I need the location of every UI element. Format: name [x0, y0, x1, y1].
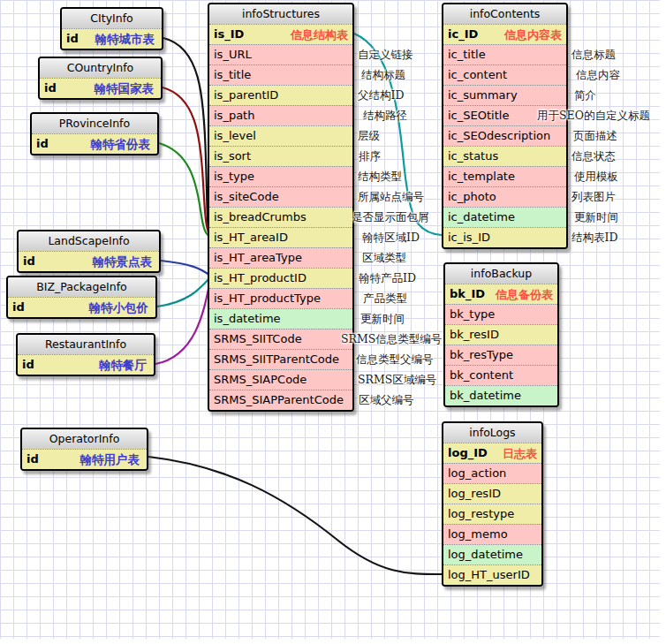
field-annotation: 结构路径 — [363, 105, 407, 125]
table-header[interactable]: infoStructures — [209, 4, 352, 24]
relationship-line-RestaurantInfo.id-to-infoStructures.is_HT_productID[interactable] — [155, 280, 210, 364]
table-row-bk_resID[interactable]: bk_resID — [445, 324, 557, 345]
table-title-label: OperatorInfo — [49, 432, 120, 445]
table-header[interactable]: infoContents — [443, 4, 566, 24]
table-COuntryInfo[interactable]: COuntryInfoid翰特国家表 — [38, 57, 163, 100]
field-name: bk_resType — [450, 348, 513, 361]
relationship-line-LandScapeInfo.id-to-infoStructures.is_HT_productID[interactable] — [161, 261, 210, 276]
table-row-id[interactable]: id翰特景点表 — [19, 251, 159, 271]
table-OperatorInfo[interactable]: OperatorInfoid翰特用户表 — [20, 428, 148, 471]
table-RestaurantInfo[interactable]: RestaurantInfoid翰特餐厅 — [16, 333, 155, 376]
table-BIZ_PackageInfo[interactable]: BIZ_PackageInfoid翰特小包价 — [6, 276, 157, 319]
table-header[interactable]: BIZ_PackageInfo — [8, 277, 155, 297]
field-annotation: 更新时间 — [574, 207, 618, 227]
table-row-id[interactable]: id翰特餐厅 — [18, 354, 154, 375]
table-header[interactable]: RestaurantInfo — [18, 335, 154, 354]
table-PRovinceInfo[interactable]: PRovinceInfoid翰特省份表 — [30, 112, 159, 155]
table-row-ic_content[interactable]: ic_content — [443, 64, 566, 85]
table-infoContents[interactable]: infoContentsic_ID信息内容表ic_titleic_content… — [442, 3, 568, 249]
table-row-is_parentID[interactable]: is_parentID — [209, 85, 352, 105]
table-row-log_datetime[interactable]: log_datetime — [443, 544, 541, 564]
table-row-log_resID[interactable]: log_resID — [443, 483, 541, 504]
table-row-ic_ID[interactable]: ic_ID信息内容表 — [443, 24, 566, 44]
table-row-ic_title[interactable]: ic_title — [443, 44, 566, 64]
field-name: is_HT_productType — [214, 292, 321, 305]
table-row-is_HT_productID[interactable]: is_HT_productID — [209, 268, 352, 288]
table-row-ic_status[interactable]: ic_status — [443, 146, 566, 166]
relationship-line-BIZ_PackageInfo.id-to-infoStructures.is_HT_productID[interactable] — [157, 277, 210, 307]
table-row-ic_template[interactable]: ic_template — [443, 166, 566, 186]
diagram-canvas[interactable]: CItyInfoid翰特城市表COuntryInfoid翰特国家表PRovinc… — [0, 0, 666, 644]
field-name: ic_template — [448, 170, 515, 183]
table-row-is_breadCrumbs[interactable]: is_breadCrumbs — [209, 207, 352, 227]
field-name: ic_ID — [448, 27, 478, 41]
table-row-is_ID[interactable]: is_ID信息结构表 — [209, 24, 352, 44]
table-row-is_HT_areaType[interactable]: is_HT_areaType — [209, 247, 352, 268]
table-header[interactable]: infoBackup — [445, 264, 557, 284]
table-row-id[interactable]: id翰特小包价 — [8, 297, 155, 317]
table-header[interactable]: COuntryInfo — [40, 58, 161, 78]
field-annotation: 页面描述 — [573, 125, 617, 146]
relationship-line-PRovinceInfo.id-to-infoStructures.is_HT_areaID[interactable] — [159, 143, 210, 237]
table-row-is_sort[interactable]: is_sort — [209, 146, 352, 166]
table-row-is_URL[interactable]: is_URL — [209, 44, 352, 64]
table-row-is_HT_productType[interactable]: is_HT_productType — [209, 288, 352, 308]
table-row-ic_is_ID[interactable]: ic_is_ID — [443, 227, 566, 247]
relationship-line-OperatorInfo.id-to-infoLogs.log_HT_userID[interactable] — [148, 457, 442, 574]
relationship-line-CItyInfo.id-to-infoStructures.is_HT_areaID[interactable] — [163, 38, 210, 235]
field-name: bk_datetime — [450, 389, 521, 402]
table-row-is_path[interactable]: is_path — [209, 105, 352, 125]
table-row-SRMS_SIITCode[interactable]: SRMS_SIITCode — [209, 329, 352, 349]
table-header[interactable]: PRovinceInfo — [32, 114, 157, 133]
table-row-bk_resType[interactable]: bk_resType — [445, 345, 557, 365]
table-row-id[interactable]: id翰特用户表 — [22, 449, 147, 469]
field-name: ic_photo — [448, 190, 496, 203]
table-row-is_datetime[interactable]: is_datetime — [209, 308, 352, 329]
table-infoLogs[interactable]: infoLogslog_ID日志表log_actionlog_resIDlog_… — [442, 421, 543, 587]
table-header[interactable]: OperatorInfo — [22, 429, 147, 449]
table-row-ic_SEOdescription[interactable]: ic_SEOdescription — [443, 125, 566, 146]
table-row-is_siteCode[interactable]: is_siteCode — [209, 186, 352, 207]
table-row-log_restype[interactable]: log_restype — [443, 504, 541, 524]
field-name: is_datetime — [214, 312, 281, 325]
table-row-id[interactable]: id翰特省份表 — [32, 133, 157, 154]
table-row-bk_datetime[interactable]: bk_datetime — [445, 385, 557, 405]
field-name: ic_SEOtitle — [448, 109, 509, 122]
field-name: SRMS_SIAPParentCode — [214, 393, 344, 406]
table-row-log_memo[interactable]: log_memo — [443, 524, 541, 544]
field-name: id — [44, 81, 57, 95]
table-header[interactable]: CItyInfo — [62, 9, 162, 28]
table-row-bk_ID[interactable]: bk_ID信息备份表 — [445, 284, 557, 304]
table-row-log_action[interactable]: log_action — [443, 463, 541, 483]
field-name: id — [22, 358, 34, 371]
table-row-is_type[interactable]: is_type — [209, 166, 352, 186]
table-row-SRMS_SIAPCode[interactable]: SRMS_SIAPCode — [209, 369, 352, 390]
table-row-ic_photo[interactable]: ic_photo — [443, 186, 566, 207]
field-label: 翰特国家表 — [95, 80, 155, 98]
table-row-ic_datetime[interactable]: ic_datetime — [443, 207, 566, 227]
field-annotation: 区域类型 — [362, 247, 406, 268]
table-row-SRMS_SIAPParentCode[interactable]: SRMS_SIAPParentCode — [209, 390, 352, 410]
table-row-bk_type[interactable]: bk_type — [445, 304, 557, 324]
table-row-is_level[interactable]: is_level — [209, 125, 352, 146]
table-row-log_ID[interactable]: log_ID日志表 — [443, 443, 541, 463]
table-row-is_HT_areaID[interactable]: is_HT_areaID — [209, 227, 352, 247]
table-row-bk_content[interactable]: bk_content — [445, 365, 557, 385]
table-header[interactable]: LandScapeInfo — [19, 231, 159, 251]
table-row-is_title[interactable]: is_title — [209, 64, 352, 85]
field-annotation: 翰特区域ID — [362, 227, 420, 247]
table-row-ic_summary[interactable]: ic_summary — [443, 85, 566, 105]
field-annotation: 区域父编号 — [359, 390, 414, 410]
table-infoBackup[interactable]: infoBackupbk_ID信息备份表bk_typebk_resIDbk_re… — [443, 262, 559, 407]
table-LandScapeInfo[interactable]: LandScapeInfoid翰特景点表 — [17, 230, 161, 273]
table-row-log_HT_userID[interactable]: log_HT_userID — [443, 564, 541, 585]
table-title-label: PRovinceInfo — [59, 117, 130, 130]
field-name: is_HT_areaType — [214, 251, 302, 264]
field-annotation: SRMS区域编号 — [358, 369, 436, 390]
table-row-SRMS_SIITParentCode[interactable]: SRMS_SIITParentCode — [209, 349, 352, 369]
table-row-id[interactable]: id翰特国家表 — [40, 78, 161, 98]
table-header[interactable]: infoLogs — [443, 423, 541, 443]
table-CItyInfo[interactable]: CItyInfoid翰特城市表 — [60, 7, 163, 50]
table-infoStructures[interactable]: infoStructuresis_ID信息结构表is_URLis_titleis… — [208, 3, 354, 412]
table-row-id[interactable]: id翰特城市表 — [62, 28, 162, 49]
